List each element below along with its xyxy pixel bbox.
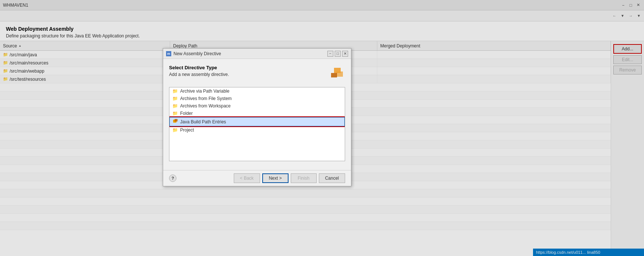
- dialog-footer-right: < Back Next > Finish Cancel: [234, 173, 345, 183]
- finish-button[interactable]: Finish: [291, 173, 317, 183]
- help-button[interactable]: ?: [169, 174, 176, 182]
- list-item-3[interactable]: 📁 Folder: [169, 110, 345, 117]
- dialog-title-icon: m: [166, 51, 171, 56]
- dialog-description: Add a new assembly directive.: [169, 72, 229, 77]
- dialog-content: Select Directive Type Add a new assembly…: [163, 59, 351, 170]
- dialog-footer-left: ?: [169, 174, 176, 182]
- list-item-5[interactable]: 📁 Project: [169, 126, 345, 134]
- list-item-0[interactable]: 📁 Archive via Path Variable: [169, 87, 345, 95]
- archive-fs-icon: 📁: [172, 96, 178, 101]
- dialog-title-text: New Assembly Directive: [173, 51, 221, 56]
- list-item-1[interactable]: 📁 Archives from File System: [169, 95, 345, 102]
- list-item-label-1: Archives from File System: [180, 96, 232, 101]
- dialog-heading: Select Directive Type: [169, 65, 229, 70]
- project-icon: 📁: [172, 127, 178, 133]
- cancel-button[interactable]: Cancel: [319, 173, 345, 183]
- svg-rect-1: [336, 72, 343, 77]
- list-item-label-3: Folder: [180, 111, 193, 116]
- dialog-header: Select Directive Type Add a new assembly…: [169, 65, 345, 83]
- dialog-title-left: m New Assembly Directive: [166, 51, 221, 56]
- list-item-label-5: Project: [180, 127, 194, 133]
- folder-icon: 📁: [172, 111, 178, 116]
- svg-rect-4: [175, 119, 178, 122]
- svg-rect-2: [331, 73, 337, 77]
- archive-path-icon: 📁: [172, 89, 178, 94]
- list-item-2[interactable]: 📁 Archives from Workspace: [169, 102, 345, 110]
- list-item-label-0: Archive via Path Variable: [180, 89, 229, 94]
- java-build-svg-icon: [173, 119, 178, 124]
- modal-overlay: m New Assembly Directive − □ ✕ Select Di…: [0, 0, 644, 256]
- assembly-icon: [327, 65, 345, 83]
- directive-listbox[interactable]: 📁 Archive via Path Variable 📁 Archives f…: [169, 87, 345, 161]
- next-button[interactable]: Next >: [262, 173, 289, 183]
- dialog-titlebar: m New Assembly Directive − □ ✕: [163, 49, 351, 59]
- list-item-label-2: Archives from Workspace: [180, 103, 230, 109]
- dialog-maximize-button[interactable]: □: [335, 51, 341, 57]
- assembly-svg-icon: [327, 65, 345, 83]
- dialog: m New Assembly Directive − □ ✕ Select Di…: [163, 48, 351, 186]
- java-build-icon: [173, 119, 178, 125]
- dialog-minimize-button[interactable]: −: [327, 51, 333, 57]
- dialog-titlebar-controls: − □ ✕: [327, 51, 348, 57]
- dialog-close-button[interactable]: ✕: [342, 51, 348, 57]
- dialog-header-text: Select Directive Type Add a new assembly…: [169, 65, 229, 77]
- back-button[interactable]: < Back: [234, 173, 260, 183]
- archive-ws-icon: 📁: [172, 103, 178, 109]
- dialog-footer: ? < Back Next > Finish Cancel: [163, 170, 351, 186]
- list-item-4[interactable]: Java Build Path Entries: [169, 117, 345, 126]
- list-item-label-4: Java Build Path Entries: [180, 119, 226, 124]
